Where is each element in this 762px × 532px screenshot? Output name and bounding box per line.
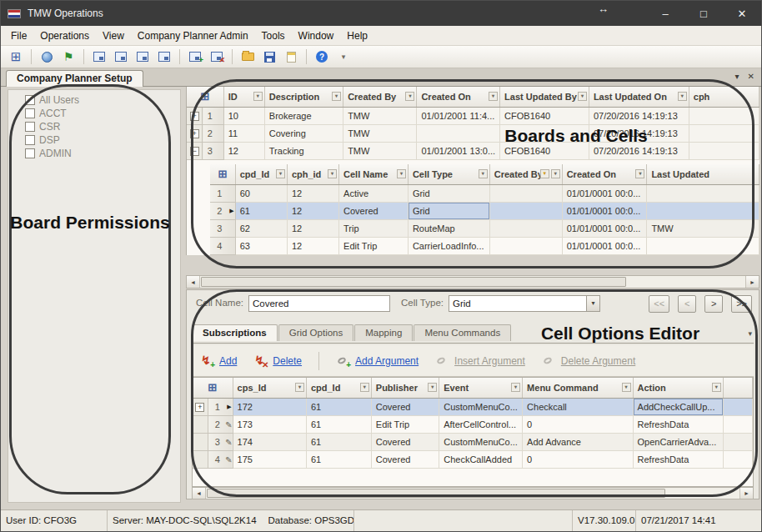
nav-first-button[interactable]: << — [649, 295, 669, 313]
column-header-last-updated-by[interactable]: Last Updated By▾ — [500, 87, 589, 107]
menu-file[interactable]: File — [4, 26, 33, 46]
grid-cell[interactable]: Covered — [371, 433, 439, 450]
filter-icon[interactable]: ▼ — [540, 169, 549, 178]
column-header-cph[interactable]: cph — [689, 87, 759, 107]
help-icon[interactable]: ? — [313, 48, 330, 65]
sort-icon[interactable]: ▾ — [397, 169, 406, 178]
sort-icon[interactable]: ▾ — [578, 92, 587, 101]
grid-cell[interactable] — [647, 184, 759, 202]
menu-company-planner-admin[interactable]: Company Planner Admin — [131, 26, 255, 46]
window-list-icon[interactable]: ▾ — [735, 72, 739, 82]
grid-cell[interactable]: 60 — [235, 184, 287, 202]
grid-cell[interactable]: CustomMenuCo... — [439, 433, 523, 450]
table-row[interactable]: +211CoveringTMW07/20/2016 14:19:13 — [187, 124, 759, 142]
nav-next-button[interactable]: > — [704, 295, 723, 313]
table-row[interactable]: 46312Edit TripCarrierLoadInfo...01/01/00… — [210, 237, 759, 254]
sort-icon[interactable]: ▾ — [678, 92, 687, 101]
board-window-icon-3[interactable] — [134, 48, 151, 65]
close-document-icon[interactable]: ✕ — [748, 72, 754, 82]
grid-cell[interactable]: 07/20/2016 14:19:13 — [589, 142, 689, 159]
table-row[interactable]: 2✎17361Edit TripAfterCellControl...0Refr… — [193, 415, 753, 433]
toolbar-overflow-icon[interactable]: ▾ — [335, 48, 352, 65]
tab-overflow-icon[interactable]: ▾ — [748, 329, 752, 338]
grid-cell[interactable]: 07/20/2016 14:19:13 — [589, 124, 689, 142]
tree-item-dsp[interactable]: DSP — [8, 133, 180, 147]
notes-icon[interactable] — [283, 48, 299, 65]
horizontal-scrollbar[interactable]: ◄ ► — [192, 487, 754, 499]
table-row[interactable]: −312TrackingTMW01/01/2001 13:0...CFOB164… — [187, 142, 759, 159]
grid-cell[interactable] — [417, 124, 500, 142]
column-header-created-by[interactable]: Created By▾ — [343, 87, 417, 107]
exit-layout-icon[interactable]: ⊞ — [8, 48, 24, 65]
cell-name-input[interactable]: Covered — [248, 295, 390, 312]
tree-item-admin[interactable]: ADMIN — [8, 147, 180, 160]
insert-argument-button[interactable]: Insert Argument — [435, 354, 525, 368]
grid-cell[interactable] — [489, 237, 562, 254]
expand-icon[interactable]: + — [195, 403, 204, 412]
scroll-left-icon[interactable]: ◄ — [193, 488, 206, 499]
checkbox-dsp[interactable] — [25, 135, 35, 145]
grid-cell[interactable]: 172 — [233, 398, 306, 415]
column-header-event[interactable]: Event▾ — [439, 378, 523, 398]
grid-cell[interactable]: 12 — [223, 142, 264, 159]
grid-cell[interactable] — [723, 398, 752, 415]
grid-cell[interactable]: CFOB1640 — [500, 142, 589, 159]
column-header-created-on[interactable]: Created On▾ — [562, 164, 647, 184]
checkbox-admin[interactable] — [25, 148, 35, 158]
menu-help[interactable]: Help — [340, 26, 374, 46]
grid-cell[interactable]: CarrierLoadInfo... — [408, 237, 489, 254]
grid-cell[interactable] — [689, 142, 759, 159]
grid-cell[interactable]: 63 — [235, 237, 287, 254]
grid-cell[interactable]: Covered — [371, 450, 439, 468]
horizontal-scrollbar[interactable]: ◄ ► — [186, 275, 759, 289]
minimize-button[interactable]: – — [646, 1, 684, 26]
column-header-created-on[interactable]: Created On▾ — [417, 87, 500, 107]
grid-cell[interactable]: 62 — [235, 219, 287, 237]
column-header-created-by[interactable]: Created By▼▾ — [489, 164, 562, 184]
grid-cell[interactable] — [723, 415, 752, 433]
grid-cell[interactable] — [723, 450, 752, 468]
scrollbar-thumb[interactable] — [201, 277, 626, 287]
grid-cell[interactable]: 11 — [223, 124, 264, 142]
grid-cell[interactable]: 12 — [287, 219, 338, 237]
grid-cell[interactable] — [489, 202, 562, 219]
sort-icon[interactable]: ▾ — [551, 169, 560, 178]
grid-cell[interactable]: TMW — [343, 124, 417, 142]
tab-company-planner-setup[interactable]: Company Planner Setup — [6, 70, 143, 87]
grid-cell[interactable]: 07/20/2016 14:19:13 — [589, 107, 689, 124]
grid-corner-cell[interactable]: ⊞ — [187, 87, 223, 107]
grid-cell[interactable]: Edit Trip — [339, 237, 409, 254]
grid-cell[interactable]: OpenCarrierAdva... — [633, 433, 723, 450]
grid-cell[interactable] — [689, 124, 759, 142]
grid-cell[interactable]: Covered — [339, 202, 409, 219]
grid-cell[interactable]: 12 — [287, 237, 338, 254]
board-window-icon-1[interactable] — [91, 48, 108, 65]
grid-cell[interactable]: Tracking — [264, 142, 343, 159]
table-row[interactable]: 4✎17561CoveredCheckCallAdded0RefreshData — [193, 450, 753, 468]
column-header-id[interactable]: ID▾ — [223, 87, 264, 107]
sort-icon[interactable]: ▾ — [489, 92, 498, 101]
grid-cell[interactable]: 01/01/0001 00:0... — [562, 219, 647, 237]
grid-cell[interactable]: RefreshData — [633, 415, 723, 433]
column-header-menu-command[interactable]: Menu Command▾ — [523, 378, 633, 398]
grid-corner-cell[interactable]: ⊞ — [193, 378, 233, 398]
tree-item-all-users[interactable]: All Users — [8, 93, 180, 107]
column-header-last-updated[interactable]: Last Updated — [647, 164, 759, 184]
sort-icon[interactable]: ▾ — [635, 169, 644, 178]
save-icon[interactable] — [261, 48, 278, 65]
grid-cell[interactable]: 01/01/0001 00:0... — [562, 237, 647, 254]
grid-cell[interactable]: 01/01/0001 00:0... — [562, 184, 647, 202]
tree-item-csr[interactable]: CSR — [8, 120, 180, 133]
column-header-cpd-id[interactable]: cpd_Id▾ — [306, 378, 371, 398]
scroll-left-icon[interactable]: ◄ — [187, 276, 200, 288]
grid-cell[interactable]: TMW — [343, 107, 417, 124]
grid-cell[interactable]: 12 — [287, 202, 338, 219]
expand-icon[interactable]: + — [190, 112, 199, 121]
tab-menu-commands[interactable]: Menu Commands — [414, 324, 511, 341]
grid-cell[interactable]: CheckCallAdded — [439, 450, 523, 468]
column-header-description[interactable]: Description▾ — [264, 87, 343, 107]
tab-mapping[interactable]: Mapping — [354, 324, 413, 341]
grid-corner-cell[interactable]: ⊞ — [210, 164, 235, 184]
add-board-icon[interactable]: + — [187, 48, 203, 65]
grid-cell[interactable] — [489, 184, 562, 202]
